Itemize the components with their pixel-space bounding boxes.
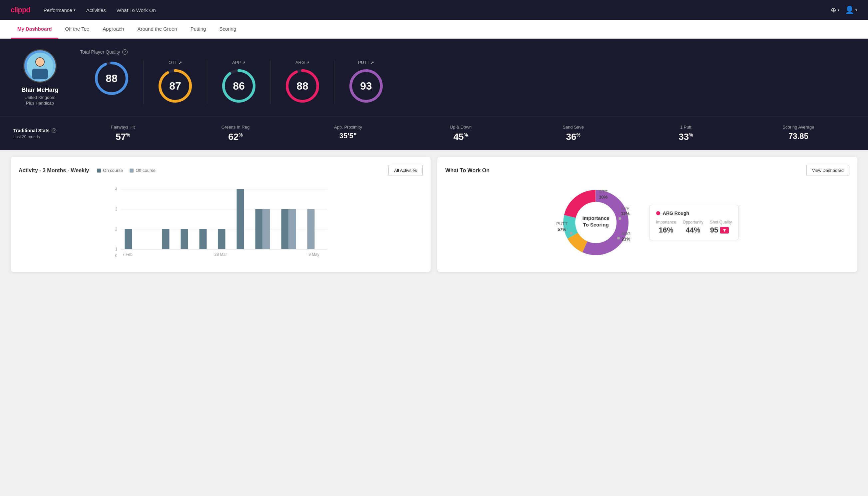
info-icon[interactable]: ? <box>122 49 128 55</box>
bar-on-4 <box>181 229 188 249</box>
stat-name: Sand Save <box>517 125 630 129</box>
activity-panel-title: Activity - 3 Months - Weekly <box>19 168 89 173</box>
svg-point-3 <box>36 58 44 66</box>
tab-my-dashboard[interactable]: My Dashboard <box>11 20 58 38</box>
shot-quality-badge: ▼ <box>720 227 729 233</box>
info-icon[interactable]: ? <box>52 128 56 133</box>
tab-off-the-tee[interactable]: Off the Tee <box>58 20 96 38</box>
stat-value: 36% <box>517 131 630 142</box>
player-name: Blair McHarg <box>21 87 58 94</box>
nav-activities[interactable]: Activities <box>86 7 106 13</box>
tab-putting[interactable]: Putting <box>184 20 213 38</box>
svg-text:28 Mar: 28 Mar <box>215 252 227 257</box>
nav-what-to-work-on[interactable]: What To Work On <box>116 7 156 13</box>
tabs-bar: My Dashboard Off the Tee Approach Around… <box>0 20 868 38</box>
activity-panel-header: Activity - 3 Months - Weekly On course O… <box>19 165 423 176</box>
ring-arg-label: ARG ↗ <box>296 60 310 65</box>
tpq-label: Total Player Quality ? <box>80 49 855 55</box>
user-menu-button[interactable]: 👤 ▾ <box>845 6 857 14</box>
bar-on-6 <box>218 229 225 249</box>
svg-text:PUTT: PUTT <box>556 221 568 226</box>
svg-rect-2 <box>32 68 48 79</box>
stat-name: Up & Down <box>404 125 517 129</box>
score-ring-arg: ARG ↗ 88 <box>271 60 334 104</box>
score-ring-total: 88 <box>80 60 144 104</box>
stat-fairways-hit: Fairways Hit 57% <box>67 125 179 142</box>
hero-section: Blair McHarg United Kingdom Plus Handica… <box>0 38 868 116</box>
arrow-icon: ↗ <box>242 60 246 65</box>
svg-text:10%: 10% <box>599 195 607 200</box>
ring-total-container: 88 <box>93 60 130 97</box>
info-card-title: ARG Rough <box>656 211 732 216</box>
bar-on-7 <box>237 189 244 249</box>
activity-panel: Activity - 3 Months - Weekly On course O… <box>11 157 431 272</box>
ring-ott-container: 87 <box>157 68 193 104</box>
view-dashboard-button[interactable]: View Dashboard <box>806 165 849 176</box>
bar-on-8 <box>255 209 263 249</box>
svg-text:4: 4 <box>115 187 117 191</box>
svg-text:0: 0 <box>115 253 117 258</box>
svg-text:OTT: OTT <box>599 189 607 194</box>
svg-point-40 <box>618 217 621 220</box>
what-to-work-on-title: What To Work On <box>445 168 490 173</box>
add-button[interactable]: ⊕ ▾ <box>831 6 840 14</box>
ring-app-container: 86 <box>221 68 257 104</box>
score-ring-putt: PUTT ↗ 93 <box>334 60 398 104</box>
plus-circle-icon: ⊕ <box>831 6 836 14</box>
chart-legend: On course Off course <box>97 168 156 173</box>
bar-on-10 <box>307 209 315 249</box>
svg-text:57%: 57% <box>557 227 566 232</box>
svg-text:1: 1 <box>115 247 117 251</box>
stat-value: 35'5" <box>292 131 404 140</box>
bar-off-9 <box>289 209 296 249</box>
stat-name: Scoring Average <box>742 125 855 129</box>
stat-up-down: Up & Down 45% <box>404 125 517 142</box>
info-stat-importance: Importance 16% <box>656 220 676 234</box>
stat-name: 1 Putt <box>630 125 742 129</box>
chevron-down-icon: ▾ <box>74 8 76 12</box>
arrow-icon: ↗ <box>178 60 182 65</box>
info-card: ARG Rough Importance 16% Opportunity 44%… <box>649 205 739 240</box>
ring-arg-container: 88 <box>284 68 321 104</box>
traditional-stats-label: Traditional Stats ? <box>13 128 67 133</box>
stat-value: 57% <box>67 131 179 142</box>
legend-on-course-dot <box>97 169 101 173</box>
legend-on-course: On course <box>97 168 123 173</box>
arrow-icon: ↗ <box>371 60 374 65</box>
bar-off-8 <box>263 209 270 249</box>
score-ring-app: APP ↗ 86 <box>207 60 271 104</box>
stat-items: Fairways Hit 57% Greens In Reg 62% App. … <box>67 125 855 142</box>
all-activities-button[interactable]: All Activities <box>388 165 423 176</box>
stat-greens-in-reg: Greens In Reg 62% <box>179 125 292 142</box>
info-stat-opportunity: Opportunity 44% <box>683 220 704 234</box>
donut-chart-svg: Importance To Scoring PUTT 57% OTT 10% A… <box>556 183 636 263</box>
tab-approach[interactable]: Approach <box>96 20 130 38</box>
bar-on-9 <box>282 209 289 249</box>
ring-app-value: 86 <box>233 80 245 92</box>
pie-section: Importance To Scoring PUTT 57% OTT 10% A… <box>445 183 849 263</box>
app-logo[interactable]: clippd <box>11 6 30 14</box>
stat-name: Greens In Reg <box>179 125 292 129</box>
ring-app-label: APP ↗ <box>232 60 246 65</box>
chart-area: 4 3 2 1 0 <box>19 183 423 264</box>
svg-text:21%: 21% <box>621 236 630 242</box>
info-stat-shot-quality: Shot Quality 95 ▼ <box>710 220 732 234</box>
stat-scoring-avg: Scoring Average 73.85 <box>742 125 855 142</box>
stats-sublabel: Last 20 rounds <box>13 135 67 139</box>
info-card-dot <box>656 211 660 215</box>
nav-performance[interactable]: Performance ▾ <box>44 7 76 13</box>
svg-text:APP: APP <box>621 206 630 211</box>
bar-on-5 <box>200 229 207 249</box>
tab-scoring[interactable]: Scoring <box>212 20 243 38</box>
tab-around-the-green[interactable]: Around the Green <box>130 20 184 38</box>
ring-putt-container: 93 <box>348 68 384 104</box>
stats-label-section: Traditional Stats ? Last 20 rounds <box>13 128 67 139</box>
player-country: United Kingdom <box>25 95 56 100</box>
svg-text:7 Feb: 7 Feb <box>122 252 132 257</box>
avatar <box>23 49 57 83</box>
player-info: Blair McHarg United Kingdom Plus Handica… <box>13 49 67 106</box>
score-ring-ott: OTT ↗ 87 <box>144 60 207 104</box>
svg-text:3: 3 <box>115 207 117 212</box>
stat-value: 73.85 <box>742 131 855 141</box>
bottom-panels: Activity - 3 Months - Weekly On course O… <box>0 150 868 278</box>
